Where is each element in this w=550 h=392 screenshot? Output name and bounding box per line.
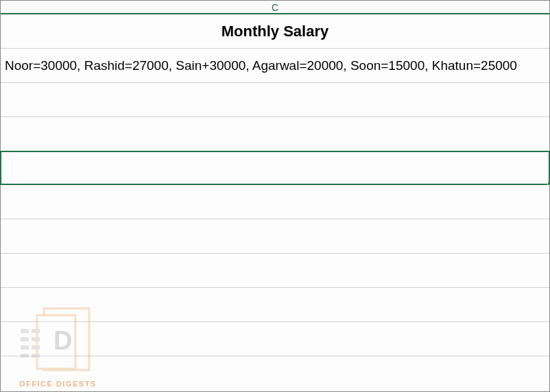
cell-empty-3[interactable] xyxy=(1,185,549,219)
cell-title[interactable]: Monthly Salary xyxy=(1,14,549,49)
cell-empty-1[interactable] xyxy=(1,83,549,117)
cell-empty-4[interactable] xyxy=(1,219,549,254)
cell-empty-5[interactable] xyxy=(1,254,549,288)
cell-data[interactable]: Noor=30000, Rashid=27000, Sain+30000, Ag… xyxy=(1,49,549,83)
cell-selected[interactable] xyxy=(1,151,549,185)
cell-empty-2[interactable] xyxy=(1,117,549,151)
data-text: Noor=30000, Rashid=27000, Sain+30000, Ag… xyxy=(5,58,517,73)
title-text: Monthly Salary xyxy=(222,23,328,40)
column-header-c[interactable]: C xyxy=(1,1,549,14)
spreadsheet-area: C Monthly Salary Noor=30000, Rashid=2700… xyxy=(0,0,550,392)
cell-empty-7[interactable] xyxy=(1,322,549,356)
cell-empty-6[interactable] xyxy=(1,288,549,322)
fill-handle[interactable] xyxy=(547,182,550,186)
